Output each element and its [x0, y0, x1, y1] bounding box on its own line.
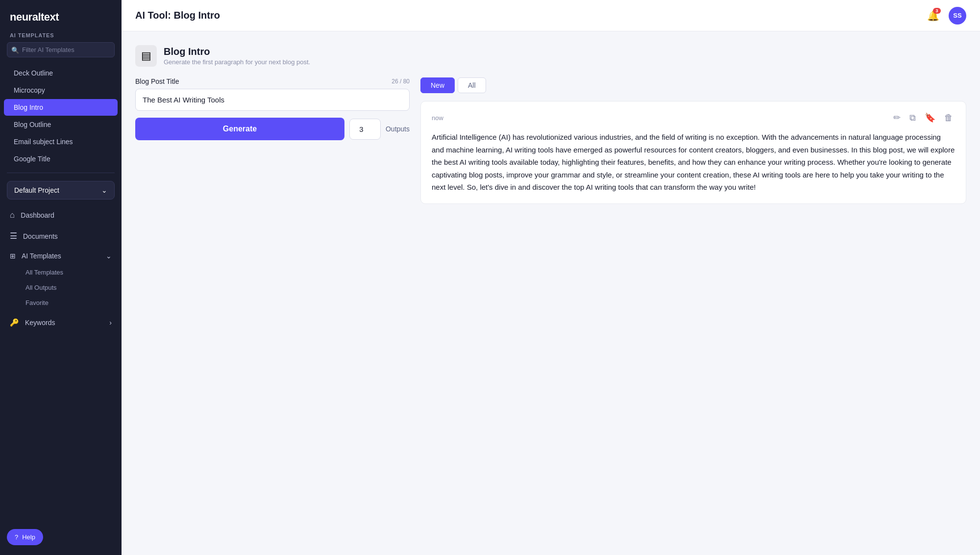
result-timestamp: now: [432, 114, 443, 122]
chevron-right-icon: ⌄: [106, 252, 112, 260]
sidebar-item-all-templates[interactable]: All Templates: [3, 265, 119, 280]
documents-label: Documents: [23, 232, 58, 240]
grid-icon: ⊞: [10, 252, 16, 260]
form-panel: Blog Post Title 26 / 80 Generate Outputs: [135, 77, 410, 204]
topbar: AI Tool: Blog Intro 🔔 3 SS: [122, 0, 980, 31]
notification-badge: 3: [933, 8, 941, 14]
edit-icon: ✏: [893, 112, 901, 123]
page-content: ▤ Blog Intro Generate the first paragrap…: [122, 31, 980, 555]
chevron-right-icon: ›: [109, 319, 112, 327]
tool-icon: ▤: [135, 45, 157, 67]
blog-post-title-input[interactable]: [135, 89, 410, 111]
help-icon: ?: [15, 533, 18, 541]
sidebar-item-keywords[interactable]: 🔑 Keywords ›: [3, 313, 119, 332]
help-label: Help: [22, 533, 35, 541]
tab-new[interactable]: New: [420, 77, 455, 93]
outputs-label: Outputs: [386, 125, 410, 133]
field-label-row: Blog Post Title 26 / 80: [135, 77, 410, 85]
generate-row: Generate Outputs: [135, 118, 410, 140]
notification-bell[interactable]: 🔔 3: [924, 7, 942, 25]
chevron-down-icon: ⌄: [101, 186, 107, 194]
bookmark-button[interactable]: 🔖: [923, 111, 937, 124]
sidebar-item-blog-outline[interactable]: Blog Outline: [4, 116, 118, 133]
char-count: 26 / 80: [392, 78, 410, 85]
help-button[interactable]: ? Help: [7, 529, 43, 545]
sidebar-item-deck-outline[interactable]: Deck Outline: [4, 65, 118, 81]
results-tabs: New All: [420, 77, 966, 93]
sidebar-main-nav: ⌂ Dashboard ☰ Documents ⊞ AI Templates ⌄: [0, 205, 122, 265]
sidebar-item-dashboard[interactable]: ⌂ Dashboard: [3, 205, 119, 225]
search-icon: 🔍: [11, 46, 19, 53]
key-icon: 🔑: [10, 318, 19, 327]
sidebar-item-documents[interactable]: ☰ Documents: [3, 226, 119, 246]
sidebar-section-label: AI Templates: [0, 32, 122, 42]
result-card: now ✏ ⧉ 🔖 🗑: [420, 101, 966, 204]
tab-all[interactable]: All: [458, 77, 486, 93]
project-selector[interactable]: Default Project ⌄: [7, 181, 115, 200]
bookmark-icon: 🔖: [925, 112, 935, 123]
sidebar-item-microcopy[interactable]: Microcopy: [4, 82, 118, 99]
filter-templates-input[interactable]: [7, 42, 115, 57]
outputs-count-input[interactable]: [349, 119, 381, 140]
dashboard-label: Dashboard: [21, 211, 54, 219]
template-nav-list: Deck Outline Microcopy Blog Intro Blog O…: [0, 64, 122, 168]
result-card-header: now ✏ ⧉ 🔖 🗑: [432, 111, 955, 124]
delete-button[interactable]: 🗑: [942, 111, 955, 124]
sidebar: neuraltext AI Templates 🔍 Deck Outline M…: [0, 0, 122, 555]
project-selector-label: Default Project: [14, 186, 59, 194]
sidebar-item-ai-templates[interactable]: ⊞ AI Templates ⌄: [3, 247, 119, 265]
results-panel: New All now ✏ ⧉: [420, 77, 966, 204]
result-text: Artificial Intelligence (AI) has revolut…: [432, 131, 955, 194]
field-label: Blog Post Title: [135, 77, 179, 85]
keywords-nav-section: 🔑 Keywords ›: [0, 313, 122, 332]
result-actions: ✏ ⧉ 🔖 🗑: [891, 111, 955, 124]
document-icon: ☰: [10, 231, 17, 241]
keywords-label: Keywords: [25, 319, 55, 327]
copy-button[interactable]: ⧉: [907, 111, 918, 124]
app-logo: neuraltext: [0, 0, 122, 32]
sidebar-item-favorite[interactable]: Favorite: [3, 295, 119, 310]
sidebar-item-blog-intro[interactable]: Blog Intro: [4, 99, 118, 116]
topbar-right: 🔔 3 SS: [924, 7, 966, 25]
generate-button[interactable]: Generate: [135, 118, 344, 140]
tool-header: ▤ Blog Intro Generate the first paragrap…: [135, 45, 966, 67]
page-title: AI Tool: Blog Intro: [135, 10, 220, 21]
edit-button[interactable]: ✏: [891, 111, 903, 124]
tool-info: Blog Intro Generate the first paragraph …: [164, 46, 310, 66]
trash-icon: 🗑: [944, 113, 953, 123]
sidebar-item-all-outputs[interactable]: All Outputs: [3, 280, 119, 295]
sidebar-sub-nav: All Templates All Outputs Favorite: [0, 265, 122, 310]
home-icon: ⌂: [10, 210, 15, 220]
ai-templates-label: AI Templates: [22, 252, 61, 260]
copy-icon: ⧉: [909, 113, 916, 123]
sidebar-item-email-subject-lines[interactable]: Email subject Lines: [4, 133, 118, 150]
sidebar-search-container: 🔍: [7, 42, 115, 57]
sidebar-divider-1: [7, 173, 115, 173]
main-content: AI Tool: Blog Intro 🔔 3 SS ▤ Blog Intro …: [122, 0, 980, 555]
tool-name: Blog Intro: [164, 46, 310, 57]
tool-icon-symbol: ▤: [141, 50, 151, 62]
main-layout: Blog Post Title 26 / 80 Generate Outputs…: [135, 77, 966, 204]
avatar[interactable]: SS: [949, 7, 966, 25]
tool-description: Generate the first paragraph for your ne…: [164, 58, 310, 66]
sidebar-item-google-title[interactable]: Google Title: [4, 151, 118, 167]
